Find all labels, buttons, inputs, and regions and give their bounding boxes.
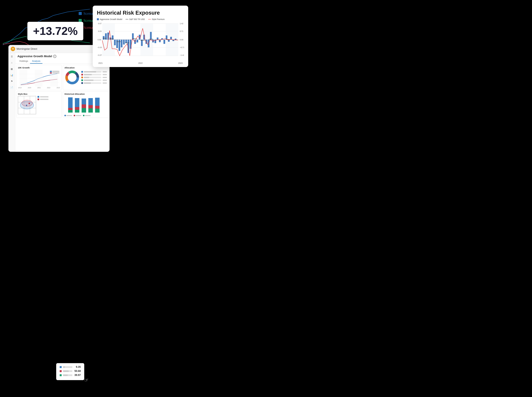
stylebox-legend-2 [37, 99, 49, 100]
percentage-badge: +13.72% [27, 22, 83, 40]
tooltip-popup: 9.35 50.68 39.97 [56, 363, 84, 380]
svg-rect-50 [105, 33, 107, 40]
tab-analysis[interactable]: Analysis [30, 59, 43, 64]
style-box-title: Style Box [18, 93, 60, 95]
risk-legend-sp500: S&P 500 TR USD [126, 18, 145, 20]
svg-point-11 [68, 74, 76, 81]
svg-rect-18 [68, 110, 73, 112]
risk-legend-style-line [148, 19, 151, 19]
svg-rect-76 [164, 40, 165, 44]
hist-legend-green [83, 115, 84, 116]
model-chevron-button[interactable]: ∨ [53, 55, 56, 58]
tooltip-val-3: 39.97 [74, 374, 81, 377]
style-box-card: Style Box [16, 91, 62, 118]
svg-rect-24 [82, 108, 86, 112]
svg-text:0.00: 0.00 [180, 39, 183, 41]
hist-legend-1 [64, 115, 72, 116]
svg-rect-66 [141, 40, 143, 46]
tooltip-val-2: 50.68 [74, 370, 81, 372]
svg-text:0.00: 0.00 [98, 39, 101, 41]
growth-legend-red [50, 72, 52, 74]
growth-legend-bar-1 [52, 71, 59, 72]
alloc-row-5 [81, 82, 107, 84]
style-box-area [18, 96, 60, 114]
svg-text:1.42: 1.42 [180, 23, 183, 25]
svg-rect-3 [19, 70, 27, 87]
allocation-area [64, 70, 107, 85]
risk-legend-agm-label: Aggressive Growth Model [100, 18, 122, 20]
svg-rect-73 [157, 37, 159, 40]
ms-app-title: Morningstar Direct [17, 48, 37, 50]
alloc-dot-3 [81, 77, 83, 78]
model-title: Aggressive Growth Model [18, 55, 52, 58]
tooltip-bar-2 [63, 370, 72, 372]
sidebar-menu-icon[interactable]: ☰ [10, 55, 14, 58]
tab-holdings[interactable]: Holdings [18, 59, 30, 64]
sidebar-chart-icon[interactable]: 📊 [10, 73, 14, 77]
risk-legend-style-label: Style Premium [152, 18, 165, 20]
ms-charts-grid: 10K Growth [15, 64, 110, 119]
alloc-row-2 [81, 74, 107, 75]
alloc-dot-4 [81, 79, 83, 81]
tooltip-val-1: 9.35 [74, 366, 81, 368]
hist-legend-blue [64, 115, 66, 116]
risk-x-2023: 2023 [178, 62, 183, 64]
risk-x-2021: 2021 [98, 62, 103, 64]
growth-x-2021: 2021 [37, 87, 41, 88]
donut-chart [64, 70, 80, 85]
stylebox-legend-1 [37, 96, 49, 98]
ms-logo: M [11, 47, 15, 51]
sidebar-flag-icon[interactable]: ⚑ [10, 79, 14, 83]
tooltip-row-1: 9.35 [60, 366, 81, 368]
hist-alloc-legend [64, 115, 107, 116]
svg-text:−0.03: −0.03 [97, 46, 102, 49]
growth-legend-2 [50, 72, 59, 74]
alloc-dot-1 [81, 71, 83, 73]
svg-point-15 [29, 103, 30, 104]
sidebar-document-icon[interactable]: 📄 [10, 86, 14, 89]
hist-legend-3 [83, 115, 91, 116]
ms-content: Aggressive Growth Model ∨ Holdings Analy… [15, 53, 110, 152]
tooltip-row-2: 50.68 [60, 370, 81, 372]
tooltip-dot-2 [60, 370, 62, 372]
ms-sidebar: ☰ ⌂ ▦ 📊 ⚑ 📄 [8, 53, 15, 152]
alloc-dot-2 [81, 74, 83, 75]
svg-rect-4 [35, 70, 43, 87]
historical-allocation-card: Historical Allocation [63, 91, 108, 118]
alloc-row-1 [81, 71, 107, 73]
svg-rect-54 [114, 40, 116, 45]
risk-legend-style: Style Premium [148, 18, 165, 20]
svg-text:0.71: 0.71 [180, 30, 183, 32]
hist-alloc-chart [64, 96, 107, 114]
svg-point-14 [22, 100, 32, 106]
risk-legend: Aggressive Growth Model S&P 500 TR USD S… [97, 18, 184, 20]
scenario-2-color [79, 19, 82, 22]
hist-legend-red [74, 115, 75, 116]
stylebox-blue-dot [37, 96, 39, 98]
allocation-card: Allocation [63, 65, 108, 90]
sidebar-home-icon[interactable]: ⌂ [10, 61, 14, 64]
risk-legend-agm: Aggressive Growth Model [97, 18, 122, 20]
svg-text:0.03: 0.03 [98, 30, 102, 32]
risk-x-labels: 2021 2022 2023 [97, 62, 184, 64]
alloc-row-4 [81, 79, 107, 81]
svg-rect-30 [95, 109, 100, 112]
alloc-dot-5 [81, 82, 83, 84]
risk-legend-sp500-label: S&P 500 TR USD [129, 18, 145, 20]
hist-alloc-title: Historical Allocation [64, 93, 107, 95]
stylebox-red-ellipse [21, 99, 33, 107]
allocation-legend [81, 71, 107, 84]
scenario-1-color [79, 12, 82, 15]
svg-text:−1.42: −1.42 [180, 54, 184, 56]
10k-growth-card: 10K Growth [16, 65, 62, 90]
style-box-grid [18, 96, 36, 114]
svg-text:0.07: 0.07 [98, 23, 102, 25]
sidebar-grid-icon[interactable]: ▦ [10, 67, 14, 71]
stylebox-legend [37, 96, 49, 100]
svg-rect-70 [150, 32, 152, 40]
svg-rect-56 [119, 40, 120, 51]
growth-legend [50, 71, 59, 74]
risk-panel-title: Historical Risk Exposure [97, 10, 184, 16]
tooltip-bar-1 [63, 366, 72, 368]
growth-legend-bar-2 [52, 72, 59, 74]
